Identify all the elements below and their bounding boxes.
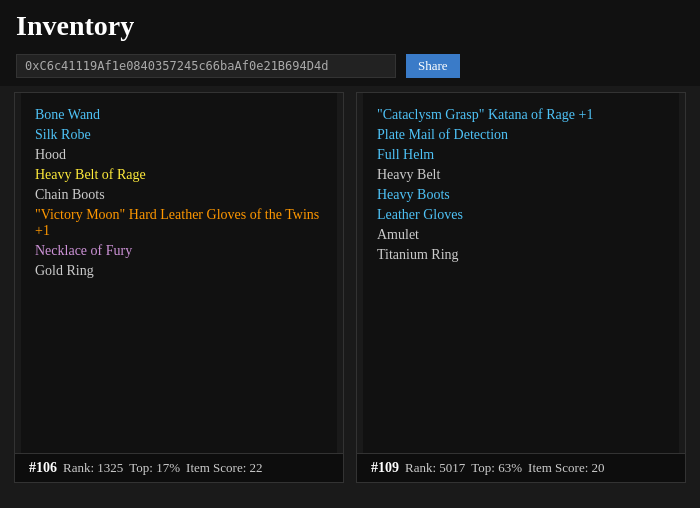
panels-container: Bone WandSilk RobeHoodHeavy Belt of Rage… — [0, 92, 700, 483]
hash-display: 0xC6c41119Af1e0840357245c66baAf0e21B694D… — [16, 54, 396, 78]
panel-item-score: Item Score: 22 — [186, 460, 263, 476]
panel-id: #109 — [371, 460, 399, 476]
inventory-panel-1: "Cataclysm Grasp" Katana of Rage +1Plate… — [363, 93, 679, 453]
panel-item-score: Item Score: 20 — [528, 460, 605, 476]
list-item: "Cataclysm Grasp" Katana of Rage +1 — [377, 105, 665, 125]
panel-footer-0: #106Rank: 1325Top: 17%Item Score: 22 — [15, 453, 343, 482]
share-button[interactable]: Share — [406, 54, 460, 78]
list-item: Chain Boots — [35, 185, 323, 205]
list-item: Amulet — [377, 225, 665, 245]
page-header: Inventory — [0, 0, 700, 50]
toolbar: 0xC6c41119Af1e0840357245c66baAf0e21B694D… — [0, 50, 700, 86]
list-item: Silk Robe — [35, 125, 323, 145]
list-item: Gold Ring — [35, 261, 323, 281]
panel-rank: Rank: 1325 — [63, 460, 123, 476]
item-list-1: "Cataclysm Grasp" Katana of Rage +1Plate… — [377, 105, 665, 265]
panel-footer-1: #109Rank: 5017Top: 63%Item Score: 20 — [357, 453, 685, 482]
list-item: Heavy Belt — [377, 165, 665, 185]
inventory-panel-0: Bone WandSilk RobeHoodHeavy Belt of Rage… — [21, 93, 337, 453]
panel-id: #106 — [29, 460, 57, 476]
list-item: Titanium Ring — [377, 245, 665, 265]
panel-rank: Rank: 5017 — [405, 460, 465, 476]
list-item: Necklace of Fury — [35, 241, 323, 261]
list-item: "Victory Moon" Hard Leather Gloves of th… — [35, 205, 323, 241]
panel-wrapper-0: Bone WandSilk RobeHoodHeavy Belt of Rage… — [14, 92, 344, 483]
panel-top: Top: 63% — [471, 460, 522, 476]
panel-top: Top: 17% — [129, 460, 180, 476]
item-list-0: Bone WandSilk RobeHoodHeavy Belt of Rage… — [35, 105, 323, 281]
page-title: Inventory — [16, 10, 684, 42]
list-item: Plate Mail of Detection — [377, 125, 665, 145]
list-item: Hood — [35, 145, 323, 165]
list-item: Heavy Boots — [377, 185, 665, 205]
list-item: Bone Wand — [35, 105, 323, 125]
list-item: Leather Gloves — [377, 205, 665, 225]
list-item: Full Helm — [377, 145, 665, 165]
list-item: Heavy Belt of Rage — [35, 165, 323, 185]
panel-wrapper-1: "Cataclysm Grasp" Katana of Rage +1Plate… — [356, 92, 686, 483]
